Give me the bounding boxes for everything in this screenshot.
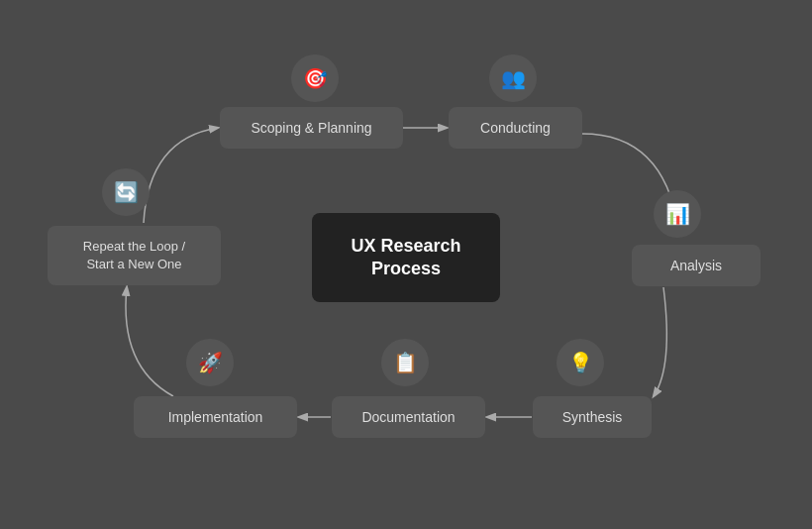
implementation-box: Implementation — [134, 396, 297, 438]
analysis-icon: 📊 — [665, 202, 690, 226]
scoping-label: Scoping & Planning — [251, 120, 371, 136]
documentation-box: Documentation — [332, 396, 485, 438]
synthesis-label: Synthesis — [562, 409, 623, 425]
center-box: UX ResearchProcess — [312, 213, 500, 302]
repeat-icon: 🔄 — [114, 180, 139, 204]
scoping-box: Scoping & Planning — [220, 107, 403, 149]
repeat-label: Repeat the Loop /Start a New One — [83, 238, 185, 273]
implementation-icon: 🚀 — [198, 351, 223, 374]
documentation-label: Documentation — [361, 409, 455, 425]
analysis-label: Analysis — [670, 258, 722, 273]
implementation-label: Implementation — [168, 409, 263, 425]
documentation-icon: 📋 — [393, 351, 418, 374]
icon-repeat: 🔄 — [102, 168, 150, 216]
icon-synthesis: 💡 — [557, 339, 604, 386]
icon-implementation: 🚀 — [186, 339, 234, 386]
synthesis-icon: 💡 — [568, 351, 593, 374]
icon-scoping: 🎯 — [291, 54, 339, 102]
repeat-box: Repeat the Loop /Start a New One — [48, 226, 221, 285]
icon-conducting: 👥 — [489, 54, 537, 102]
conducting-icon: 👥 — [501, 66, 526, 90]
scoping-icon: 🎯 — [303, 66, 328, 90]
synthesis-box: Synthesis — [533, 396, 652, 438]
conducting-label: Conducting — [480, 120, 551, 136]
icon-documentation: 📋 — [381, 339, 429, 386]
center-label: UX ResearchProcess — [351, 235, 460, 281]
canvas: UX ResearchProcess 🎯 👥 📊 💡 📋 🚀 🔄 Scoping… — [0, 0, 812, 529]
icon-analysis: 📊 — [654, 190, 701, 238]
analysis-box: Analysis — [632, 245, 761, 286]
conducting-box: Conducting — [449, 107, 582, 149]
